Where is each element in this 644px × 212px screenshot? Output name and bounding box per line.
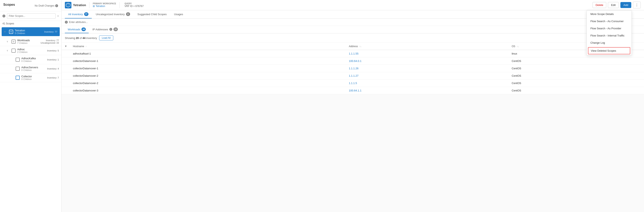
row-hostname: collectorDatamover-1	[70, 65, 346, 72]
tab-usages[interactable]: Usages	[171, 11, 186, 18]
workspace-label: Primary Workspace	[93, 2, 116, 5]
spacer: ›	[11, 58, 14, 61]
row-filter-cell	[62, 87, 70, 94]
app-logo: Tetration	[65, 2, 86, 8]
sub-tab-workloads[interactable]: Workloads 44	[65, 26, 89, 33]
scope-item-collector[interactable]: › Collector 0 Children Inventory: 7	[0, 73, 61, 82]
table-row: collectorDatamover-1 100.64.0.1 CentOS	[62, 57, 644, 65]
filter-column-header: ▼	[62, 43, 70, 50]
ip-addresses-badge: 33	[114, 27, 118, 31]
table-row: collectorDatamover-2 1.1.1.27 CentOS	[62, 72, 644, 80]
row-address: 1.1.1.26	[346, 65, 509, 72]
row-address: 1.1.1.5	[346, 80, 509, 87]
scope-item-adhockafka[interactable]: › AdhocKafka 0 Children Inventory: 1	[0, 55, 61, 64]
header-actions: Delete Edit Add ⋮	[592, 2, 641, 8]
sidebar-header: Scopes No Draft Changes i	[0, 0, 61, 11]
more-actions-button[interactable]: ⋮	[633, 2, 641, 8]
scope-children: 0 Children	[21, 60, 46, 62]
row-os: CentOS	[509, 72, 644, 80]
scope-children: 0 Children	[21, 69, 46, 71]
dropdown-item-more-scope-details[interactable]: More Scope Details	[587, 10, 632, 18]
scope-item-adhocservers[interactable]: › AdhocServers 0 Children Inventory: 4	[0, 64, 61, 73]
filter-info-icon: i	[2, 14, 5, 17]
workspace-grid-icon: ⊞	[93, 5, 95, 7]
address-sort-icon: ↑↓	[359, 45, 362, 47]
dropdown-item-flow-search-internal[interactable]: Flow Search - Internal Traffic	[587, 32, 632, 39]
address-link[interactable]: 100.64.1.1	[349, 89, 362, 92]
address-link[interactable]: 1.1.1.26	[349, 67, 358, 70]
hostname-column-header[interactable]: Hostname ↑	[70, 43, 346, 50]
scope-info: Collector 0 Children	[21, 75, 46, 80]
scope-cube-icon	[16, 76, 20, 80]
table-row: collectorDatamover-1 1.1.1.26 CentOS	[62, 65, 644, 72]
address-link[interactable]: 100.64.0.1	[349, 59, 362, 62]
row-filter-cell	[62, 72, 70, 80]
delete-button[interactable]: Delete	[592, 2, 606, 8]
chevron-down-icon: ∨	[6, 40, 10, 43]
table-row: collectorDatamover-3 100.64.1.1 CentOS	[62, 87, 644, 94]
dropdown-item-view-deleted-scopes[interactable]: View Deleted Scopes	[588, 47, 630, 54]
clear-filter-icon[interactable]: ×	[57, 14, 59, 18]
row-os: CentOS	[509, 57, 644, 65]
dropdown-item-change-log[interactable]: Change Log	[587, 39, 632, 46]
tab-all-inventory[interactable]: All Inventory 77	[65, 10, 92, 18]
scope-cube-icon	[16, 58, 20, 62]
chevron-down-icon: ∨	[4, 30, 8, 33]
chevron-down-icon: ∨	[6, 49, 10, 52]
workspace-link[interactable]: ⊞ Tetration	[93, 5, 116, 7]
scope-info: Workloads 7 Children	[17, 39, 39, 44]
scope-children: 7 Children	[17, 42, 39, 44]
scope-cube-icon: ⊞	[12, 39, 16, 44]
uncategorized-badge: 0	[126, 12, 130, 16]
edit-button[interactable]: Edit	[608, 2, 618, 8]
row-address: 100.64.0.1	[346, 57, 509, 65]
scope-item-adhoc[interactable]: ∨ Adhoc 2 Children Inventory: 5	[0, 46, 61, 55]
content-area: i Enter attributes... Workloads 44 IP Ad…	[62, 19, 644, 212]
query-value: VRF ID = 676767	[124, 5, 144, 7]
address-link[interactable]: 1.1.1.27	[349, 74, 358, 77]
ip-info-icon: i	[110, 28, 112, 31]
row-os: CentOS	[509, 80, 644, 87]
row-address: 1.1.1.27	[346, 72, 509, 80]
scope-info: AdhocServers 0 Children	[21, 66, 46, 71]
all-inventory-badge: 77	[84, 12, 88, 16]
os-sort-icon: ↑↓	[517, 45, 519, 47]
scope-count: 41 Scopes	[0, 21, 61, 26]
scope-children: 0 Children	[21, 78, 46, 80]
add-button[interactable]: Add	[620, 2, 631, 8]
table-row: adhockafkaxl-1 1.1.1.55 linux	[62, 50, 644, 57]
sub-tab-ip-addresses[interactable]: IP Addresses i 33	[90, 26, 121, 33]
scope-name: Collector	[21, 75, 46, 78]
filter-row: i ×	[0, 11, 61, 21]
table-filter-button[interactable]: ▼	[64, 45, 67, 48]
scope-meta: Inventory: 4	[47, 67, 59, 70]
table-row: collectorDatamover-2 1.1.1.5 CentOS	[62, 80, 644, 87]
filter-scopes-input[interactable]	[7, 13, 56, 19]
address-link[interactable]: 1.1.1.5	[349, 82, 357, 85]
row-filter-cell	[62, 57, 70, 65]
query-label: Query	[124, 2, 144, 5]
spacer: ›	[11, 76, 14, 79]
draft-status: No Draft Changes i	[35, 4, 58, 7]
dropdown-item-flow-search-consumer[interactable]: Flow Search - As Consumer	[587, 18, 632, 25]
load-all-button[interactable]: Load All	[99, 35, 113, 40]
showing-text: Showing 20 of 44 inventory	[65, 36, 97, 39]
scope-children: 2 Children	[17, 51, 46, 53]
spacer: ›	[11, 67, 14, 70]
dropdown-item-flow-search-provider[interactable]: Flow Search - As Provider	[587, 25, 632, 32]
address-link[interactable]: 1.1.1.55	[349, 52, 358, 55]
header-bar: Tetration Primary Workspace ⊞ Tetration …	[62, 0, 644, 10]
tabs-bar: All Inventory 77 Uncategorized Inventory…	[62, 10, 644, 19]
scope-name: Workloads	[17, 39, 39, 42]
tab-uncategorized-inventory[interactable]: Uncategorized Inventory 0	[92, 10, 134, 18]
attributes-bar[interactable]: i Enter attributes...	[62, 19, 644, 26]
address-column-header[interactable]: Address ↑↓	[346, 43, 509, 50]
scope-meta: Inventory: 5	[47, 49, 59, 52]
scope-item-tetration[interactable]: ∨ ⊞ Tetration 5 Children Inventory: 77	[2, 27, 60, 36]
app-logo-icon	[65, 2, 72, 8]
scope-item-workloads[interactable]: ∨ ⊞ Workloads 7 Children Inventory: 77 U…	[0, 37, 61, 46]
scope-name: Tetration	[15, 29, 42, 32]
tab-suggested-child-scopes[interactable]: Suggested Child Scopes	[134, 11, 170, 18]
row-hostname: adhockafkaxl-1	[70, 50, 346, 57]
attributes-text: Enter attributes...	[69, 21, 88, 23]
